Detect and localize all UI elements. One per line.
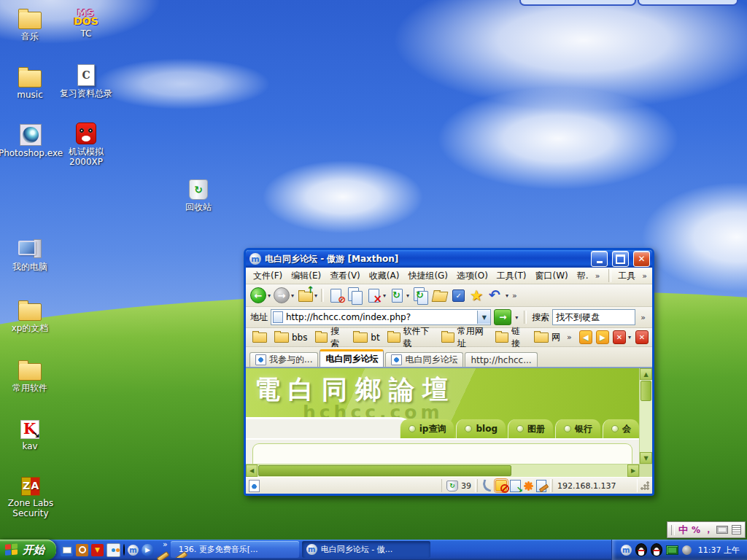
menu-5[interactable]: 选项(O) [452,268,492,284]
favorites-button[interactable]: ★ [468,286,487,305]
search-input[interactable]: 找不到硬盘 [552,309,635,325]
menu-8[interactable]: 帮. [573,268,593,284]
desktop-icon-folder[interactable]: 音乐 [1,4,58,42]
bookmark-网[interactable]: 网 [531,330,563,344]
banner-nav-1[interactable]: blog [456,419,506,438]
vertical-scrollbar[interactable]: ▲ ▼ [639,368,652,464]
desktop-icon-tiger[interactable]: 机试模拟 2000XP [55,120,117,168]
close-tab-caret[interactable]: ▾ [628,334,631,341]
quick-launch-maxthon[interactable]: m [128,545,139,556]
qq-tray-icon[interactable] [651,543,662,556]
address-input[interactable]: http://hchcc.com/index.php? ▼ [271,309,491,325]
langbar-menu-icon[interactable] [732,525,741,534]
horizontal-scroll-thumb[interactable] [258,465,511,476]
refresh-button[interactable]: ↻▾ [387,286,411,305]
bookmark-bt[interactable]: bt [350,332,382,343]
up-folder-button[interactable]: ↑▾ [295,286,319,305]
minimize-button[interactable] [591,251,608,267]
bookmark-bbs[interactable]: bbs [271,332,311,343]
horizontal-scrollbar[interactable]: ◀ ▶ [246,464,652,477]
refresh-dropdown-caret[interactable]: ▾ [406,292,409,299]
resize-grip[interactable] [640,481,649,490]
network-display-tray-icon[interactable] [666,545,678,555]
menu-0[interactable]: 文件(F) [249,268,287,284]
close-tab-button[interactable]: ✕ [635,330,649,344]
qq-tray-icon[interactable] [635,543,647,556]
bookmark-folder[interactable] [249,332,270,343]
start-button[interactable]: 开始 [0,540,56,560]
desktop-icon-recycle[interactable]: ↻回收站 [170,175,227,212]
menu-1[interactable]: 编辑(E) [287,268,325,284]
tab-3[interactable]: http://hchcc... [465,352,537,367]
tab-1[interactable]: 电白同乡论坛 [320,349,384,367]
title-bar[interactable]: m 电白同乡论坛 - 傲游 [Maxthon] ✕ [246,250,652,268]
soft-keyboard-icon[interactable] [716,526,728,534]
quick-launch-acdsee[interactable] [76,544,88,556]
maxthon-tray-icon[interactable]: m [621,545,632,556]
undo-dropdown-caret[interactable]: ▾ [506,292,508,299]
langbar-drag-handle[interactable] [671,525,675,535]
note-edit-icon[interactable] [536,480,546,492]
desktop-icon-folder[interactable]: 常用软件 [1,356,58,393]
desktop-icon-kav[interactable]: K↘kav [1,414,58,451]
desktop-icon-document[interactable]: C复习资料总录 [54,61,118,98]
desktop-icon-photoshop[interactable]: Photoshop.exe [0,121,61,158]
tab-2[interactable]: 电白同乡论坛 [385,352,463,367]
banner-nav-2[interactable]: 图册 [508,419,553,438]
banner-nav-3[interactable]: 银行 [555,419,600,438]
close-tab-menu-button[interactable]: ✕ [613,330,626,344]
popup-bucket-icon[interactable]: ↻ [446,481,458,491]
scroll-left-button[interactable]: ◀ [246,464,258,477]
up-folder-dropdown-caret[interactable]: ▾ [314,292,317,299]
tab-0[interactable]: 我参与的... [249,352,318,367]
back-button[interactable]: ←▾ [249,286,272,305]
go-dropdown-caret[interactable]: ▾ [515,314,518,321]
desktop-icon-computer[interactable]: 我的电脑 [1,235,58,272]
quick-launch-media-player[interactable]: ▶ [142,544,154,556]
quick-launch-mail[interactable] [61,544,73,556]
menu-2[interactable]: 查看(V) [325,268,365,284]
desktop-icon-folder[interactable]: xp的文档 [1,296,58,333]
folders-button[interactable] [430,286,449,305]
menu-4[interactable]: 快捷组(G) [403,268,452,284]
undo-button[interactable]: ↶▾ [487,286,510,305]
quick-launch-msn[interactable] [107,543,120,557]
desktop-icon-za[interactable]: ZAZone Labs Security [0,471,61,519]
refresh-all-button[interactable]: ↻ [411,286,430,305]
hand-gesture-icon[interactable] [481,479,494,492]
menu-3[interactable]: 收藏(A) [365,268,404,284]
prev-tab-button[interactable]: ◀ [579,330,592,344]
copy-button[interactable] [345,286,364,305]
close-page-button[interactable]: ×▾ [364,286,387,305]
vertical-scroll-thumb[interactable] [640,381,651,401]
scroll-down-button[interactable]: ▼ [640,452,652,464]
address-dropdown-chevron[interactable]: ▼ [477,311,490,324]
go-button[interactable]: → [494,309,511,325]
punctuation-toggle-icon[interactable]: ， [704,524,713,536]
quick-launch-qq[interactable] [123,545,125,555]
menu-7[interactable]: 窗口(W) [531,268,573,284]
scroll-right-button[interactable]: ▶ [627,464,639,477]
next-tab-button[interactable]: ▶ [596,330,609,344]
close-button[interactable]: ✕ [633,251,650,267]
maximize-button[interactable] [612,251,629,267]
width-toggle-icon[interactable]: % [692,525,700,535]
tools-overflow-chevron[interactable]: » [640,271,649,281]
desktop-icon-folder[interactable]: music [1,63,58,100]
block-content-button[interactable]: ⊘ [326,286,345,305]
content-blocker-icon[interactable] [495,480,507,491]
toolbar-overflow-chevron[interactable]: » [510,291,519,300]
ime-language-indicator[interactable]: 中 [678,524,688,537]
save-page-icon[interactable] [510,480,521,492]
tools-toolbar-label[interactable]: 工具 [614,268,640,284]
close-page-dropdown-caret[interactable]: ▾ [383,292,386,299]
addressbar-overflow-chevron[interactable]: » [638,313,648,322]
form-fill-button[interactable]: ✓ [449,286,468,305]
horizontal-scroll-track[interactable] [512,464,627,477]
taskbar-button-0[interactable]: 136. 更多免费音乐[... [171,541,299,558]
vertical-scroll-track[interactable] [640,402,652,452]
offscreen-window-edge[interactable] [519,0,738,6]
forward-dropdown-caret[interactable]: ▾ [291,292,294,299]
bookmarks-overflow-chevron[interactable]: » [565,332,574,342]
quick-launch-flashget[interactable]: ▼ [91,544,104,556]
